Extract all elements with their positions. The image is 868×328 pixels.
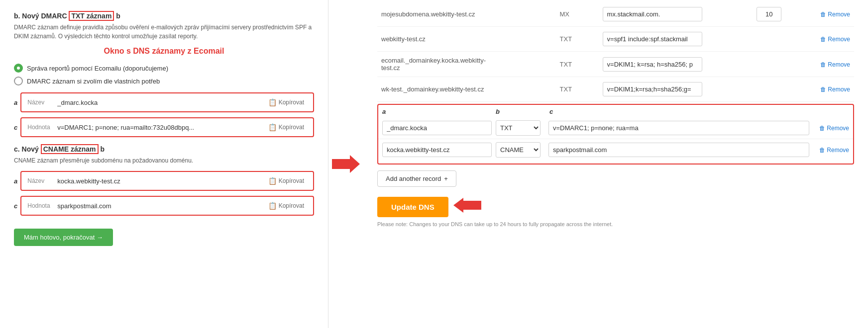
highlighted-rows-wrapper: a b c TXT CNAME MX A	[377, 104, 854, 164]
cname-value-value: sparkpostmail.com	[57, 202, 265, 210]
arrow-right-icon	[332, 155, 360, 173]
cname-name-copy-btn[interactable]: 📋 Kopírovat	[265, 176, 307, 186]
dmarc-value-copy-btn[interactable]: 📋 Kopírovat	[265, 122, 307, 132]
copy-icon: 📋	[268, 98, 277, 106]
cname-name-label: Název	[27, 177, 52, 184]
trash-icon-4: 🗑	[820, 86, 826, 93]
cname-row-value-input[interactable]	[548, 143, 809, 157]
cname-row-type-select[interactable]: CNAME TXT MX A	[496, 142, 541, 158]
cname-value-copy-btn[interactable]: 📋 Kopírovat	[265, 201, 307, 211]
row1-remove-cell: 🗑 Remove	[800, 2, 854, 27]
dmarc-name-value: _dmarc.kocka	[57, 99, 265, 106]
dmarc-value-label: Hodnota	[27, 124, 52, 131]
dmarc-description: DMARC záznam definuje pravidla způsobu o…	[14, 23, 314, 41]
row1-value	[599, 2, 753, 27]
row4-name: wk-test._domainkey.webkitty-test.cz	[377, 77, 556, 102]
row3-name: ecomail._domainkey.kocka.webkitty-test.c…	[377, 52, 556, 77]
row1-priority-input[interactable]	[757, 7, 781, 21]
dmarc-section: b. Nový DMARC TXT záznam b DMARC záznam …	[14, 12, 314, 137]
row3-priority	[753, 52, 800, 77]
cname-value-label-c: c	[14, 202, 17, 210]
copy-icon-2: 📋	[268, 123, 277, 131]
add-record-label: Add another record	[386, 175, 441, 182]
row3-remove-btn[interactable]: 🗑 Remove	[820, 61, 850, 68]
cname-title: c. Nový CNAME záznam b	[14, 145, 314, 153]
copy-icon-4: 📋	[268, 202, 277, 210]
table-row: ecomail._domainkey.kocka.webkitty-test.c…	[377, 52, 854, 77]
trash-icon-6: 🗑	[819, 147, 825, 154]
radio-ecomail-dot	[14, 64, 23, 73]
radio-ecomail-label: Správa reportů pomocí Ecomailu (doporuču…	[27, 65, 168, 72]
row2-remove-cell: 🗑 Remove	[800, 27, 854, 52]
copy-icon-3: 📋	[268, 177, 277, 185]
left-arrow-svg	[453, 198, 481, 213]
add-record-btn[interactable]: Add another record +	[377, 170, 456, 187]
row1-value-input[interactable]	[603, 7, 702, 21]
row2-type: TXT	[556, 27, 599, 52]
table-row: webkitty-test.cz TXT 🗑 Remove	[377, 27, 854, 52]
table-row: wk-test._domainkey.webkitty-test.cz TXT …	[377, 77, 854, 102]
trash-icon: 🗑	[820, 11, 826, 18]
dmarc-value-label-c: c	[14, 124, 17, 131]
row4-remove-cell: 🗑 Remove	[800, 77, 854, 102]
svg-marker-0	[332, 155, 360, 173]
dmarc-name-label: Název	[27, 99, 52, 106]
center-label: Okno s DNS záznamy z Ecomail	[14, 47, 314, 56]
dmarc-name-copy-btn[interactable]: 📋 Kopírovat	[265, 97, 307, 107]
radio-custom-label: DMARC záznam si zvolím dle vlastních pot…	[27, 78, 160, 85]
dns-note: Please note: Changes to your DNS can tak…	[377, 221, 854, 227]
col-c-header: c	[549, 108, 849, 115]
arrow-left-icon	[453, 198, 481, 213]
cname-name-value: kocka.webkitty-test.cz	[57, 177, 265, 185]
dmarc-row-value-input[interactable]	[548, 121, 809, 135]
cname-description: CNAME záznam přesměruje subdoménu na pož…	[14, 156, 314, 165]
continue-btn[interactable]: Mám hotovo, pokračovat →	[14, 229, 113, 246]
trash-icon-5: 🗑	[819, 125, 825, 132]
dmarc-value-value: v=DMARC1; p=none; rua=mailto:732u08dbpq.…	[57, 124, 265, 131]
row3-value	[599, 52, 753, 77]
row1-name: mojesubdomena.webkitty-test.cz	[377, 2, 556, 27]
radio-group: Správa reportů pomocí Ecomailu (doporuču…	[14, 64, 314, 85]
row3-value-input[interactable]	[603, 57, 702, 72]
row4-type: TXT	[556, 77, 599, 102]
table-row: mojesubdomena.webkitty-test.cz MX 🗑 Remo…	[377, 2, 854, 27]
col-a-header: a	[382, 108, 492, 115]
row1-remove-btn[interactable]: 🗑 Remove	[820, 11, 850, 18]
row4-value-input[interactable]	[603, 82, 702, 96]
radio-custom[interactable]: DMARC záznam si zvolím dle vlastních pot…	[14, 77, 314, 85]
right-panel: mojesubdomena.webkitty-test.cz MX 🗑 Remo…	[363, 0, 868, 328]
dmarc-row-type-select[interactable]: TXT CNAME MX A	[496, 120, 541, 136]
col-b-header: b	[496, 108, 545, 115]
update-dns-btn[interactable]: Update DNS	[377, 197, 448, 217]
plus-icon: +	[444, 175, 448, 182]
row1-type: MX	[556, 2, 599, 27]
dns-table: mojesubdomena.webkitty-test.cz MX 🗑 Remo…	[377, 2, 854, 102]
cname-row-name-input[interactable]	[382, 143, 492, 157]
row1-priority	[753, 2, 800, 27]
row2-value-input[interactable]	[603, 32, 702, 46]
dmarc-row-name-input[interactable]	[382, 121, 492, 135]
arrow-right-panel	[328, 0, 363, 328]
dmarc-name-label-a: a	[14, 99, 17, 106]
cname-section: c. Nový CNAME záznam b CNAME záznam přes…	[14, 145, 314, 216]
radio-custom-dot	[14, 77, 23, 85]
row4-priority	[753, 77, 800, 102]
row4-remove-btn[interactable]: 🗑 Remove	[820, 86, 850, 93]
radio-ecomail[interactable]: Správa reportů pomocí Ecomailu (doporuču…	[14, 64, 314, 73]
row2-remove-btn[interactable]: 🗑 Remove	[820, 36, 850, 43]
row3-type: TXT	[556, 52, 599, 77]
row2-value	[599, 27, 753, 52]
dmarc-row-remove-btn[interactable]: 🗑 Remove	[819, 125, 849, 132]
trash-icon-2: 🗑	[820, 36, 826, 43]
highlighted-row-dmarc: TXT CNAME MX A 🗑 Remove	[378, 117, 853, 139]
dmarc-title: b. Nový DMARC TXT záznam b	[14, 12, 314, 20]
trash-icon-3: 🗑	[820, 61, 826, 68]
row4-value	[599, 77, 753, 102]
cname-name-label-a: a	[14, 177, 17, 185]
cname-row-remove-btn[interactable]: 🗑 Remove	[819, 147, 849, 154]
row2-name: webkitty-test.cz	[377, 27, 556, 52]
update-dns-row: Update DNS	[377, 193, 854, 217]
highlighted-row-cname: CNAME TXT MX A 🗑 Remove	[378, 139, 853, 161]
row3-remove-cell: 🗑 Remove	[800, 52, 854, 77]
cname-value-label: Hodnota	[27, 202, 52, 209]
